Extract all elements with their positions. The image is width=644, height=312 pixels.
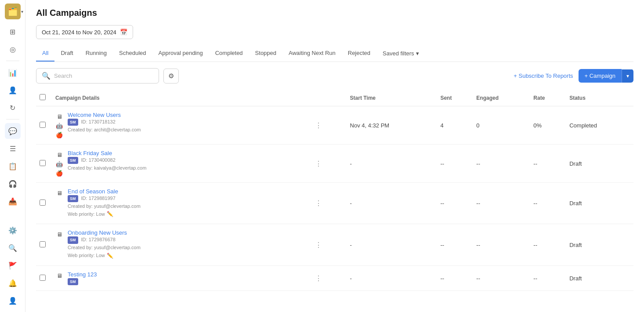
grid-icon[interactable]: ⊞ <box>5 24 21 40</box>
engaged-cell: 0 <box>473 106 530 145</box>
support-icon[interactable]: 🎧 <box>5 176 21 192</box>
row-checkbox-cell[interactable] <box>36 145 52 183</box>
list-icon[interactable]: ☰ <box>5 141 21 156</box>
tab-rejected[interactable]: Rejected <box>342 45 376 62</box>
row-menu-button[interactable]: ⋮ <box>312 273 325 284</box>
tab-completed[interactable]: Completed <box>209 45 249 62</box>
row-menu-button[interactable]: ⋮ <box>312 120 325 131</box>
inbox-icon[interactable]: 📥 <box>5 193 21 209</box>
device-icon: 🖥 <box>55 151 63 159</box>
subscribe-to-reports-button[interactable]: + Subscribe To Reports <box>514 73 573 79</box>
tab-approval-pending[interactable]: Approval pending <box>152 45 209 62</box>
bar-chart-icon[interactable]: 📊 <box>5 65 21 80</box>
device-icon: 🖥 <box>55 272 63 280</box>
edit-priority-icon[interactable]: ✏️ <box>107 210 113 218</box>
campaign-name[interactable]: Black Friday Sale <box>68 150 112 156</box>
table-row: 🖥 Onboarding New Users SM ID: 1729876678… <box>36 224 633 265</box>
row-checkbox-cell[interactable] <box>36 183 52 224</box>
device-icon: 🤖 <box>55 160 63 168</box>
users-icon[interactable]: 👤 <box>5 82 21 98</box>
device-icon: 🤖 <box>55 122 63 130</box>
toolbar-right: + Subscribe To Reports + Campaign ▾ <box>514 69 633 83</box>
campaign-meta: SM <box>68 278 305 286</box>
campaign-info: Onboarding New Users SM ID: 1729876678Cr… <box>68 229 305 260</box>
row-checkbox[interactable] <box>40 275 46 281</box>
campaign-name[interactable]: Welcome New Users <box>68 112 121 118</box>
row-menu-button[interactable]: ⋮ <box>312 239 325 250</box>
campaign-name[interactable]: End of Season Sale <box>68 188 118 195</box>
select-all-header[interactable] <box>36 90 52 106</box>
sm-badge: SM <box>68 157 78 164</box>
sent-header: Sent <box>437 90 473 106</box>
toolbar: 🔍 ⚙ + Subscribe To Reports + Campaign ▾ <box>25 62 644 90</box>
sm-badge: SM <box>68 119 78 126</box>
row-checkbox[interactable] <box>40 122 46 128</box>
report-icon[interactable]: 📋 <box>5 158 21 174</box>
row-actions-cell[interactable]: ⋮ <box>309 224 347 265</box>
row-actions-cell[interactable]: ⋮ <box>309 106 347 145</box>
start-time-cell: - <box>347 145 437 183</box>
status-cell: Draft <box>566 145 633 183</box>
campaign-details-cell: 🖥🤖🍎 Welcome New Users SM ID: 1730718132C… <box>52 106 309 145</box>
tab-awaiting-next-run[interactable]: Awaiting Next Run <box>282 45 342 62</box>
campaign-details-cell: 🖥 End of Season Sale SM ID: 1729881997Cr… <box>52 183 309 224</box>
row-actions-cell[interactable]: ⋮ <box>309 183 347 224</box>
row-menu-button[interactable]: ⋮ <box>312 198 325 209</box>
tab-scheduled[interactable]: Scheduled <box>113 45 152 62</box>
saved-filters-tab[interactable]: Saved filters ▾ <box>376 46 425 61</box>
campaign-meta: SM ID: 1730718132Created by: archit@clev… <box>68 118 305 134</box>
tab-stopped[interactable]: Stopped <box>249 45 282 62</box>
settings-icon[interactable]: ⚙️ <box>5 222 21 238</box>
campaign-meta: SM ID: 1729876678Created by: yusuf@cleve… <box>68 236 305 260</box>
create-campaign-dropdown-button[interactable]: ▾ <box>622 69 633 83</box>
create-campaign-button[interactable]: + Campaign <box>579 69 622 83</box>
chat-icon[interactable]: 💬 <box>5 123 21 139</box>
device-icons-col: 🖥 <box>55 271 63 280</box>
tab-draft[interactable]: Draft <box>54 45 79 62</box>
device-icon: 🍎 <box>55 131 63 139</box>
sent-cell: -- <box>437 183 473 224</box>
table-row: 🖥 Testing 123 SM ⋮-------Draft <box>36 265 633 291</box>
tab-all[interactable]: All <box>36 45 54 62</box>
sidebar-bottom: ⚙️ 🔍 🚩 🔔 👤 <box>5 222 21 308</box>
row-checkbox[interactable] <box>40 241 46 247</box>
filter-button[interactable]: ⚙ <box>163 69 179 83</box>
sidebar: 🗂️ ⊞ ◎ 📊 👤 ↻ 💬 ☰ 📋 🎧 📥 ⚙️ 🔍 🚩 🔔 👤 <box>0 0 25 312</box>
row-checkbox[interactable] <box>40 160 46 166</box>
bell-icon[interactable]: 🔔 <box>5 275 21 291</box>
row-actions-cell[interactable]: ⋮ <box>309 265 347 291</box>
campaign-name[interactable]: Onboarding New Users <box>68 229 127 236</box>
device-icons-col: 🖥🤖🍎 <box>55 112 63 139</box>
campaign-tabs: All Draft Running Scheduled Approval pen… <box>36 45 633 62</box>
row-checkbox-cell[interactable] <box>36 265 52 291</box>
sent-cell: -- <box>437 145 473 183</box>
row-checkbox-cell[interactable] <box>36 106 52 145</box>
row-checkbox[interactable] <box>40 200 46 206</box>
search-box[interactable]: 🔍 <box>36 68 159 83</box>
select-all-checkbox[interactable] <box>40 94 46 100</box>
campaign-details-cell: 🖥 Testing 123 SM <box>52 265 309 291</box>
app-logo[interactable]: 🗂️ <box>5 4 21 19</box>
campaign-name[interactable]: Testing 123 <box>68 271 97 278</box>
activity-icon[interactable]: ◎ <box>5 41 21 57</box>
sm-badge: SM <box>68 278 78 285</box>
start-time-cell: - <box>347 224 437 265</box>
engaged-header: Engaged <box>473 90 530 106</box>
flag-icon[interactable]: 🚩 <box>5 258 21 273</box>
person-icon[interactable]: 👤 <box>5 293 21 308</box>
start-time-header: Start Time <box>347 90 437 106</box>
refresh-icon[interactable]: ↻ <box>5 100 21 116</box>
search-people-icon[interactable]: 🔍 <box>5 240 21 256</box>
search-input[interactable] <box>54 73 153 79</box>
rate-cell: -- <box>530 265 566 291</box>
edit-priority-icon[interactable]: ✏️ <box>107 252 113 260</box>
status-cell: Draft <box>566 183 633 224</box>
row-checkbox-cell[interactable] <box>36 224 52 265</box>
row-menu-button[interactable]: ⋮ <box>312 158 325 169</box>
tab-running[interactable]: Running <box>80 45 113 62</box>
logo-emoji: 🗂️ <box>8 7 18 16</box>
date-range-filter[interactable]: Oct 21, 2024 to Nov 20, 2024 📅 <box>36 25 133 39</box>
row-actions-cell[interactable]: ⋮ <box>309 145 347 183</box>
engaged-cell: -- <box>473 265 530 291</box>
campaigns-table-container: Campaign Details Start Time Sent Engaged… <box>25 90 644 312</box>
